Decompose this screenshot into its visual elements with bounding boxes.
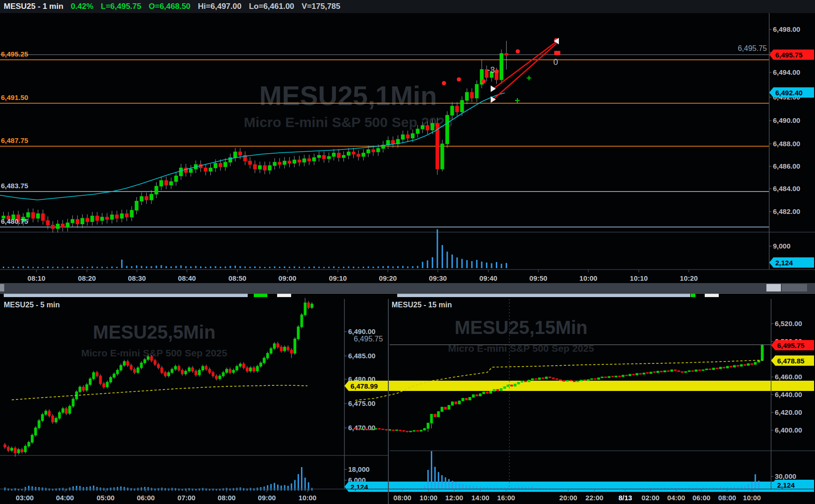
svg-text:6,498.00: 6,498.00 <box>773 25 800 33</box>
svg-text:6,478.85: 6,478.85 <box>777 357 804 365</box>
svg-text:6,520.00: 6,520.00 <box>775 319 802 327</box>
price-tag: 6,478.85 <box>771 355 814 366</box>
svg-text:10:20: 10:20 <box>680 274 698 282</box>
volume-bars <box>3 229 507 268</box>
trading-app: MESU25 - 1 min 0.42% L=6,495.75 O=6,468.… <box>0 0 815 504</box>
svg-text:06:00: 06:00 <box>137 494 155 502</box>
svg-text:6,495.75: 6,495.75 <box>775 51 802 59</box>
svg-text:10:00: 10:00 <box>299 494 316 502</box>
svg-text:06:00: 06:00 <box>693 494 710 502</box>
chart-preview-segment[interactable] <box>691 294 695 297</box>
svg-text:05:00: 05:00 <box>97 494 114 502</box>
svg-text:6,420.00: 6,420.00 <box>775 408 802 416</box>
pnl-annotation: 0 <box>553 57 558 67</box>
scrollbar-thumb[interactable] <box>782 284 807 291</box>
last-price-float-label: 6,495.75 <box>738 44 767 52</box>
moving-average-line <box>355 360 763 400</box>
price-axis-fifteen[interactable]: 6,520.006,500.006,480.006,460.006,440.00… <box>771 299 802 489</box>
svg-text:04:00: 04:00 <box>667 494 685 502</box>
chart-preview-segment[interactable] <box>705 294 719 297</box>
panel-strip-divider <box>0 293 815 293</box>
chart-preview-segment[interactable] <box>277 294 291 297</box>
svg-text:14:00: 14:00 <box>472 494 489 502</box>
price-tag: 6,495.75 <box>769 50 814 60</box>
svg-text:02:00: 02:00 <box>642 494 659 502</box>
price-tag: 6,495.75 <box>771 340 814 350</box>
candlesticks-1min <box>2 41 508 233</box>
svg-text:18,000: 18,000 <box>348 465 370 473</box>
svg-text:30,000: 30,000 <box>775 472 796 480</box>
price-axis-five[interactable]: 6,490.006,485.006,480.006,475.006,470.00… <box>344 299 375 489</box>
sell-signal-dot <box>482 79 486 84</box>
svg-text:22:00: 22:00 <box>586 494 603 502</box>
moving-average-line <box>12 385 307 400</box>
time-axis-top[interactable]: 08:1008:2008:3008:4008:5009:0009:1009:20… <box>28 270 698 282</box>
panel-header-15min: MESU25 - 15 min <box>392 301 452 309</box>
chart-preview-segment[interactable] <box>254 294 267 297</box>
svg-text:08:20: 08:20 <box>78 274 96 282</box>
svg-text:08:00: 08:00 <box>218 494 236 502</box>
svg-text:07:00: 07:00 <box>178 494 195 502</box>
price-tag: 2,124 <box>771 480 814 490</box>
svg-text:08:50: 08:50 <box>229 274 246 282</box>
pnl-annotation: -3 <box>487 65 495 75</box>
svg-text:10:10: 10:10 <box>630 274 648 282</box>
svg-text:2,124: 2,124 <box>350 483 368 491</box>
svg-text:09:00: 09:00 <box>279 274 296 282</box>
sell-signal-dot <box>457 78 461 82</box>
svg-text:6,492.40: 6,492.40 <box>775 89 802 97</box>
svg-text:6,488.00: 6,488.00 <box>773 140 800 148</box>
scrollbar-thumb[interactable] <box>0 284 4 291</box>
svg-text:12:00: 12:00 <box>445 494 463 502</box>
svg-text:08:00: 08:00 <box>718 494 736 502</box>
time-axis-five[interactable]: 03:0004:0005:0006:0007:0008:0009:0010:00 <box>16 490 316 502</box>
svg-text:6,485.00: 6,485.00 <box>348 352 375 360</box>
panel-header-5min: MESU25 - 5 min <box>4 301 60 309</box>
svg-text:09:50: 09:50 <box>529 274 547 282</box>
svg-text:6,484.00: 6,484.00 <box>773 185 800 192</box>
price-tag: 6,478.99 <box>344 381 814 391</box>
panel-top: MESU25,1MinMicro E-mini S&P 500 Sep 2025… <box>0 13 815 282</box>
watermark: MESU25,1MinMicro E-mini S&P 500 Sep 2025 <box>244 80 452 130</box>
entry-arrow-icon <box>491 85 496 92</box>
svg-text:09:20: 09:20 <box>379 274 397 282</box>
svg-text:10:00: 10:00 <box>743 494 761 502</box>
svg-text:10:00: 10:00 <box>579 274 597 282</box>
sell-signal-dot <box>495 70 499 74</box>
svg-text:08:10: 08:10 <box>28 274 45 282</box>
price-tag: 6,492.40 <box>769 87 814 98</box>
svg-text:6,460.00: 6,460.00 <box>775 373 802 381</box>
level-price-label: 6,480.75 <box>1 217 28 225</box>
svg-text:9,000: 9,000 <box>773 242 791 250</box>
svg-text:20:00: 20:00 <box>559 494 577 502</box>
svg-text:09:40: 09:40 <box>479 274 497 282</box>
last-price-float-label: 6,495.75 <box>354 335 383 343</box>
svg-text:6,495.75: 6,495.75 <box>777 341 804 349</box>
svg-text:09:30: 09:30 <box>429 274 447 282</box>
chart-preview-segment[interactable] <box>4 294 248 297</box>
svg-text:6,482.00: 6,482.00 <box>773 207 800 215</box>
level-price-label: 6,483.75 <box>1 182 28 190</box>
panel-fifteen: MESU25,15MinMicro E-mini S&P 500 Sep 202… <box>354 299 815 502</box>
chart-canvas: MESU25,1MinMicro E-mini S&P 500 Sep 2025… <box>0 0 815 504</box>
svg-text:09:10: 09:10 <box>329 274 347 282</box>
svg-text:6,400.00: 6,400.00 <box>775 426 802 434</box>
svg-text:Micro E-mini S&P 500 Sep 2025: Micro E-mini S&P 500 Sep 2025 <box>448 343 594 354</box>
svg-text:6,494.00: 6,494.00 <box>773 68 800 76</box>
watermark: MESU25,15MinMicro E-mini S&P 500 Sep 202… <box>448 317 594 354</box>
chart-preview-segment[interactable] <box>397 294 690 297</box>
horizontal-scrollbar-track[interactable] <box>0 283 815 292</box>
scrollbar-thumb[interactable] <box>766 284 781 291</box>
price-tag: 2,124 <box>769 257 814 268</box>
svg-text:10:00: 10:00 <box>420 494 437 502</box>
level-price-label: 6,491.50 <box>1 93 28 101</box>
svg-text:04:00: 04:00 <box>56 494 74 502</box>
watermark: MESU25,5MinMicro E-mini S&P 500 Sep 2025 <box>81 322 228 358</box>
svg-text:16:00: 16:00 <box>497 494 515 502</box>
svg-text:6,470.00: 6,470.00 <box>348 424 375 432</box>
svg-text:6,490.00: 6,490.00 <box>773 116 800 124</box>
svg-text:MESU25,15Min: MESU25,15Min <box>455 317 588 338</box>
sell-signal-dot <box>442 81 446 85</box>
svg-text:08:00: 08:00 <box>393 494 411 502</box>
level-price-label: 6,487.75 <box>1 136 28 144</box>
